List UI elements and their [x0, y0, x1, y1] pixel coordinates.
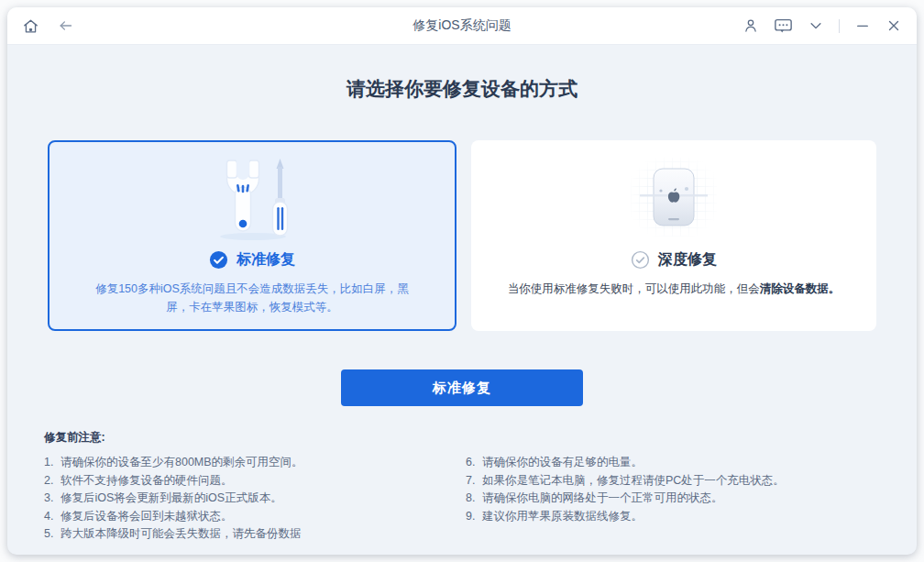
repair-mode-cards: 标准修复 修复150多种iOS系统问题且不会造成数据丢失，比如白屏，黑屏，卡在苹… — [7, 140, 917, 331]
pre-repair-notes: 修复前注意: 1.请确保你的设备至少有800MB的剩余可用空间。 2.软件不支持… — [7, 406, 917, 544]
deep-repair-card[interactable]: 深度修复 当你使用标准修复失败时，可以使用此功能，但会清除设备数据。 — [471, 140, 876, 331]
feedback-bubble-icon — [774, 17, 793, 35]
notes-list-right: 6.请确保你的设备有足够的电量。 7.如果你是笔记本电脑，修复过程请使PC处于一… — [466, 454, 880, 544]
chevron-down-icon — [808, 17, 824, 34]
notes-list-left: 1.请确保你的设备至少有800MB的剩余可用空间。 2.软件不支持修复设备的硬件… — [44, 454, 466, 544]
standard-repair-description: 修复150多种iOS系统问题且不会造成数据丢失，比如白屏，黑屏，卡在苹果图标，恢… — [50, 280, 455, 316]
account-button[interactable] — [742, 17, 759, 34]
user-icon — [742, 17, 759, 34]
check-circle-outline-icon — [631, 250, 650, 270]
note-item: 9.建议你用苹果原装数据线修复。 — [466, 508, 880, 526]
back-button[interactable] — [56, 17, 75, 34]
standard-repair-action-button[interactable]: 标准修复 — [341, 369, 583, 406]
main-content: 请选择你要修复设备的方式 — [7, 45, 917, 555]
minimize-icon — [854, 17, 871, 34]
home-button[interactable] — [22, 17, 39, 35]
note-item: 4.修复后设备将会回到未越狱状态。 — [44, 508, 466, 526]
titlebar-separator — [839, 19, 840, 33]
home-icon — [22, 17, 39, 35]
deep-repair-title: 深度修复 — [658, 250, 717, 270]
feedback-button[interactable] — [774, 17, 793, 35]
check-circle-filled-icon — [209, 250, 228, 270]
titlebar-left — [22, 17, 412, 35]
device-apple-icon — [614, 148, 733, 250]
titlebar-right — [512, 17, 902, 35]
wrench-screwdriver-icon — [198, 148, 306, 250]
standard-repair-title: 标准修复 — [236, 250, 295, 270]
notes-heading: 修复前注意: — [44, 430, 880, 446]
app-window: 修复iOS系统问题 — [7, 7, 917, 555]
minimize-button[interactable] — [854, 17, 871, 34]
close-button[interactable] — [886, 17, 902, 34]
standard-repair-card[interactable]: 标准修复 修复150多种iOS系统问题且不会造成数据丢失，比如白屏，黑屏，卡在苹… — [48, 140, 456, 331]
note-item: 1.请确保你的设备至少有800MB的剩余可用空间。 — [44, 454, 466, 472]
back-arrow-icon — [56, 17, 75, 34]
menu-dropdown-button[interactable] — [808, 17, 824, 34]
page-title: 请选择你要修复设备的方式 — [7, 76, 917, 102]
note-item: 6.请确保你的设备有足够的电量。 — [466, 454, 880, 472]
deep-repair-description: 当你使用标准修复失败时，可以使用此功能，但会清除设备数据。 — [491, 280, 857, 298]
note-item: 3.修复后iOS将会更新到最新的iOS正式版本。 — [44, 490, 466, 508]
note-item: 8.请确保你电脑的网络处于一个正常可用的状态。 — [466, 490, 880, 508]
note-item: 2.软件不支持修复设备的硬件问题。 — [44, 472, 466, 490]
note-item: 7.如果你是笔记本电脑，修复过程请使PC处于一个充电状态。 — [466, 472, 880, 490]
note-item: 5.跨大版本降级时可能会丢失数据，请先备份数据 — [44, 525, 466, 544]
titlebar: 修复iOS系统问题 — [7, 7, 917, 45]
window-title: 修复iOS系统问题 — [412, 17, 511, 34]
close-icon — [886, 17, 902, 34]
